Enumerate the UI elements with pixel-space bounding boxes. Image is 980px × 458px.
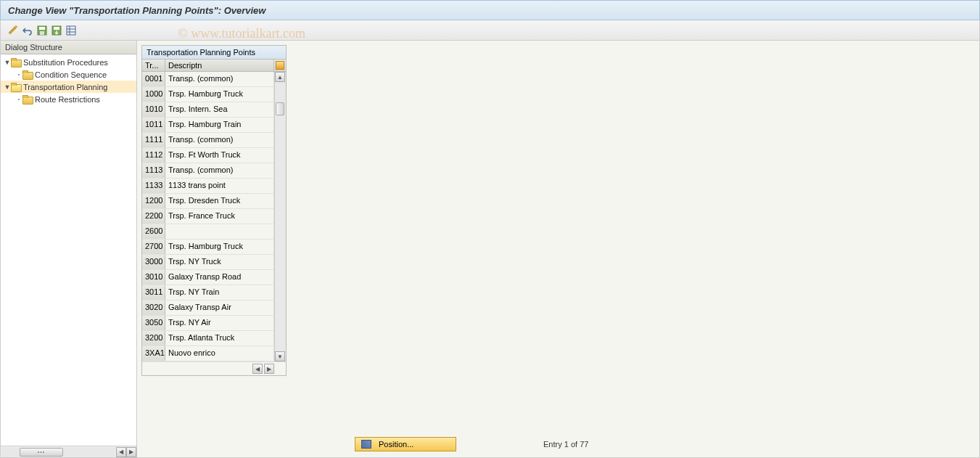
row-selector[interactable]: 3010 xyxy=(142,270,165,285)
column-header-code[interactable]: Tr... xyxy=(142,60,165,71)
row-selector[interactable]: 3XA1 xyxy=(142,346,165,361)
table-row[interactable]: 3200Trsp. Atlanta Truck xyxy=(142,331,274,346)
table-row[interactable]: 1010Trsp. Intern. Sea xyxy=(142,102,274,118)
cell-description[interactable]: Trsp. NY Truck xyxy=(165,255,274,269)
dialog-structure-panel: Dialog Structure ▼Substitution Procedure… xyxy=(1,41,137,457)
table-header: Tr... Descriptn xyxy=(142,60,286,72)
cell-description[interactable]: Trsp. Hamburg Truck xyxy=(165,240,274,254)
column-select-all[interactable] xyxy=(274,60,286,71)
table-row[interactable]: 1200Trsp. Dresden Truck xyxy=(142,194,274,209)
svg-rect-5 xyxy=(67,26,75,35)
table-row[interactable]: 2200Trsp. France Truck xyxy=(142,209,274,224)
row-selector[interactable]: 1111 xyxy=(142,133,165,147)
row-selector[interactable]: 1200 xyxy=(142,194,165,208)
tree-item-label: Route Restrictions xyxy=(35,95,100,104)
table-row[interactable]: 3XA1Nuovo enrico xyxy=(142,346,274,361)
save-button[interactable] xyxy=(36,24,49,37)
change-display-button[interactable] xyxy=(7,24,20,37)
table-row[interactable]: 11331133 trans point xyxy=(142,179,274,194)
table-row[interactable]: 3011Trsp. NY Train xyxy=(142,285,274,300)
tree-expander-icon: ● xyxy=(15,97,22,101)
tree-item[interactable]: ▼Substitution Procedures xyxy=(1,56,136,68)
table-hscroll-left[interactable]: ◀ xyxy=(252,364,263,374)
hscroll-track[interactable]: ••• xyxy=(1,447,115,457)
row-selector[interactable]: 3020 xyxy=(142,300,165,315)
row-selector[interactable]: 3200 xyxy=(142,331,165,345)
row-selector[interactable]: 1113 xyxy=(142,163,165,178)
table-row[interactable]: 3050Trsp. NY Air xyxy=(142,316,274,331)
toolbar xyxy=(0,20,980,41)
page-title: Change View "Transportation Planning Poi… xyxy=(8,5,265,16)
position-button[interactable]: Position... xyxy=(355,437,456,451)
cell-description[interactable]: Nuovo enrico xyxy=(165,346,274,361)
row-selector[interactable]: 1112 xyxy=(142,148,165,163)
cell-description[interactable]: Trsp. NY Train xyxy=(165,285,274,300)
row-selector[interactable]: 3050 xyxy=(142,316,165,330)
hscroll-left[interactable]: ◀ xyxy=(116,447,126,457)
tree-expander-icon[interactable]: ▼ xyxy=(4,83,11,91)
table-hscroll-right[interactable]: ▶ xyxy=(264,364,274,374)
table-row[interactable]: 3020Galaxy Transp Air xyxy=(142,300,274,316)
dialog-structure-tree: ▼Substitution Procedures●Condition Seque… xyxy=(1,54,136,446)
vscroll-up[interactable]: ▲ xyxy=(275,72,285,82)
row-selector[interactable]: 3000 xyxy=(142,255,165,269)
content-area: Transportation Planning Points Tr... Des… xyxy=(137,41,979,457)
row-selector[interactable]: 0001 xyxy=(142,72,165,86)
recall-button[interactable] xyxy=(65,24,78,37)
cell-description[interactable]: Galaxy Transp Road xyxy=(165,270,274,285)
table-row[interactable]: 2700Trsp. Hamburg Truck xyxy=(142,240,274,255)
row-selector[interactable]: 1000 xyxy=(142,87,165,102)
row-selector[interactable]: 2700 xyxy=(142,240,165,254)
footer: Position... Entry 1 of 77 xyxy=(355,437,588,451)
cell-description[interactable]: Trsp. Hamburg Truck xyxy=(165,87,274,102)
vscroll-track[interactable] xyxy=(275,82,286,351)
cell-description[interactable]: Trsp. Dresden Truck xyxy=(165,194,274,208)
cell-description[interactable]: 1133 trans point xyxy=(165,179,274,193)
cell-description[interactable]: Transp. (common) xyxy=(165,133,274,147)
table-row[interactable]: 0001Transp. (common) xyxy=(142,72,274,87)
table-row[interactable]: 1111Transp. (common) xyxy=(142,133,274,148)
row-selector[interactable]: 2200 xyxy=(142,209,165,224)
cell-description[interactable]: Transp. (common) xyxy=(165,163,274,178)
table-row[interactable]: 3000Trsp. NY Truck xyxy=(142,255,274,270)
tree-item-label: Substitution Procedures xyxy=(23,58,108,67)
table-row[interactable]: 1113Transp. (common) xyxy=(142,163,274,179)
row-selector[interactable]: 1010 xyxy=(142,102,165,117)
tree-item-label: Transportation Planning xyxy=(23,83,107,91)
row-selector[interactable]: 1011 xyxy=(142,118,165,132)
tree-expander-icon[interactable]: ▼ xyxy=(4,59,11,66)
cell-description[interactable]: Galaxy Transp Air xyxy=(165,300,274,315)
hscroll-right[interactable]: ▶ xyxy=(126,447,136,457)
save-as-button[interactable] xyxy=(50,24,63,37)
table-row[interactable]: 1000Trsp. Hamburg Truck xyxy=(142,87,274,102)
cell-description[interactable]: Trsp. Hamburg Train xyxy=(165,118,274,132)
row-selector[interactable]: 2600 xyxy=(142,224,165,239)
tree-item[interactable]: ▼Transportation Planning xyxy=(1,81,136,93)
folder-icon xyxy=(11,58,21,67)
save-icon xyxy=(37,25,47,36)
vscroll-down[interactable]: ▼ xyxy=(275,351,285,361)
row-selector[interactable]: 3011 xyxy=(142,285,165,300)
cell-description[interactable]: Trsp. Atlanta Truck xyxy=(165,331,274,345)
tree-item[interactable]: ●Condition Sequence xyxy=(1,68,136,81)
table-row[interactable]: 2600 xyxy=(142,224,274,240)
cell-description[interactable]: Trsp. Intern. Sea xyxy=(165,102,274,117)
column-header-description[interactable]: Descriptn xyxy=(165,60,274,71)
table-row[interactable]: 1011Trsp. Hamburg Train xyxy=(142,118,274,133)
undo-button[interactable] xyxy=(21,24,34,37)
table-row[interactable]: 1112Trsp. Ft Worth Truck xyxy=(142,148,274,163)
position-icon xyxy=(361,440,371,449)
folder-icon xyxy=(11,83,21,91)
cell-description[interactable]: Trsp. NY Air xyxy=(165,316,274,330)
cell-description[interactable] xyxy=(165,224,274,239)
hscroll-thumb[interactable]: ••• xyxy=(20,448,63,457)
cell-description[interactable]: Trsp. France Truck xyxy=(165,209,274,224)
cell-description[interactable]: Trsp. Ft Worth Truck xyxy=(165,148,274,163)
cell-description[interactable]: Transp. (common) xyxy=(165,72,274,86)
table-row[interactable]: 3010Galaxy Transp Road xyxy=(142,270,274,285)
row-selector[interactable]: 1133 xyxy=(142,179,165,193)
svg-rect-2 xyxy=(40,31,44,35)
folder-icon xyxy=(22,70,33,79)
tree-item[interactable]: ●Route Restrictions xyxy=(1,93,136,105)
vscroll-thumb[interactable] xyxy=(276,102,284,115)
